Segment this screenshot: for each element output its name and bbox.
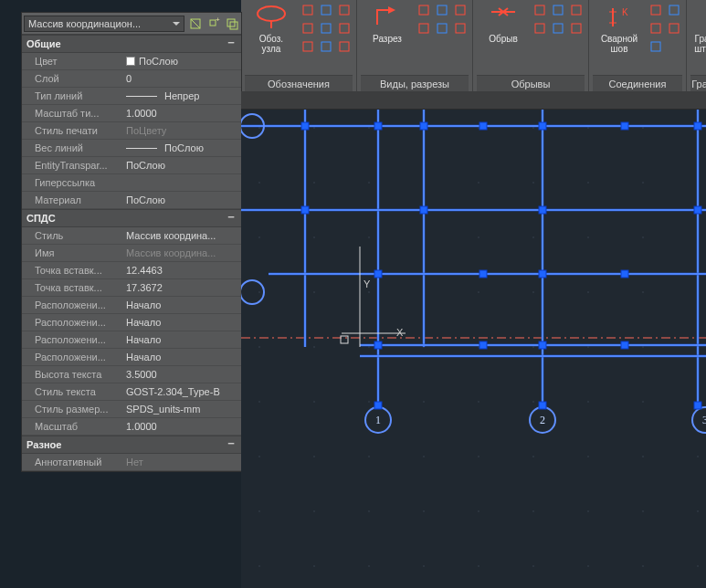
ribbon-small-icon[interactable] (550, 2, 566, 18)
ribbon-big-label: Граничнаяштриховка (694, 34, 706, 54)
ribbon-small-icon[interactable] (648, 20, 664, 37)
svg-point-111 (368, 510, 370, 512)
collapse-icon[interactable]: − (226, 439, 237, 450)
ribbon-big-button-0[interactable]: Обоз.узла (245, 2, 298, 54)
property-value[interactable]: GOST-2.304_Type-B (122, 386, 241, 397)
svg-point-117 (697, 510, 699, 512)
ribbon-small-icon[interactable] (434, 2, 450, 18)
property-value[interactable]: 0 (122, 73, 241, 84)
collapse-icon[interactable]: − (226, 213, 237, 224)
ribbon-big-button-4[interactable]: Граничнаяштриховка (690, 2, 706, 54)
svg-point-82 (258, 346, 260, 348)
pickadd-icon[interactable]: + (205, 15, 223, 33)
svg-point-59 (478, 182, 479, 184)
property-value[interactable]: Массив координа... (122, 247, 241, 258)
property-value[interactable]: ПоСлою (122, 56, 241, 67)
property-value[interactable]: SPDS_units-mm (122, 404, 241, 415)
svg-point-80 (642, 291, 644, 293)
property-row: СтильМассив координа... (22, 227, 241, 245)
svg-point-56 (313, 182, 315, 184)
svg-point-66 (368, 236, 370, 238)
ribbon-small-icon[interactable] (666, 20, 682, 37)
svg-rect-21 (535, 5, 544, 15)
section-header[interactable]: СПДС− (22, 209, 241, 227)
property-value[interactable]: Нет (122, 457, 241, 467)
property-row: Расположени...Начало (22, 331, 241, 349)
ribbon-small-icon[interactable] (318, 2, 334, 18)
ribbon-small-icon[interactable] (416, 2, 432, 18)
property-value[interactable]: Начало (122, 299, 241, 310)
ribbon-small-icon[interactable] (300, 20, 316, 37)
property-value[interactable]: 12.4463 (122, 265, 241, 276)
svg-marker-11 (388, 6, 395, 14)
property-value[interactable]: Начало (122, 334, 241, 345)
property-value[interactable]: ПоСлою (122, 142, 241, 153)
property-value[interactable]: 1.0000 (122, 421, 241, 432)
svg-rect-159 (694, 122, 701, 130)
svg-point-110 (313, 510, 315, 512)
svg-point-97 (587, 401, 589, 403)
property-value[interactable]: 3.5000 (122, 369, 241, 380)
ribbon-big-button-2[interactable]: Обрыв (477, 2, 530, 44)
property-value[interactable]: ПоЦвету (122, 125, 241, 136)
property-value[interactable]: Начало (122, 317, 241, 328)
select-object-icon[interactable] (223, 15, 241, 33)
property-value[interactable]: ПоСлою (122, 194, 241, 205)
section-header[interactable]: Общие− (22, 35, 241, 53)
ribbon-small-icon[interactable] (300, 38, 316, 55)
quick-select-icon[interactable] (186, 15, 205, 33)
property-value[interactable]: Непрер (122, 90, 241, 101)
ribbon-small-icon[interactable] (434, 20, 450, 37)
property-label: Масштаб (22, 421, 122, 432)
drawing-canvas[interactable]: 123 X Y (241, 110, 706, 588)
svg-point-60 (532, 182, 534, 184)
ribbon-small-icon[interactable] (336, 20, 353, 37)
property-label: Стиль (22, 230, 122, 241)
ribbon-big-button-3[interactable]: KСварнойшов (593, 2, 646, 54)
ribbon-small-icon[interactable] (318, 38, 334, 55)
ribbon-big-button-1[interactable]: Разрез (361, 2, 414, 44)
property-row: Расположени...Начало (22, 297, 241, 314)
property-value[interactable]: Массив координа... (122, 230, 241, 241)
ribbon-small-icon[interactable] (666, 2, 682, 18)
ribbon-small-icon[interactable] (550, 20, 566, 37)
ribbon-small-icon[interactable] (568, 2, 585, 18)
property-label: Гиперссылка (22, 177, 122, 188)
property-row: Масштаб ти...1.0000 (22, 105, 241, 122)
crosshair: X Y (341, 247, 406, 347)
ribbon-small-icon[interactable] (336, 38, 353, 55)
svg-rect-174 (694, 402, 701, 409)
svg-rect-156 (479, 122, 487, 130)
property-label: Имя (22, 247, 122, 258)
svg-text:K: K (622, 7, 628, 17)
svg-rect-9 (321, 42, 331, 51)
ribbon-small-icon[interactable] (300, 2, 316, 18)
svg-point-71 (642, 236, 644, 238)
ribbon-small-icon[interactable] (648, 38, 664, 55)
object-selector[interactable]: Массив координацион... (24, 16, 184, 32)
ribbon-small-icon[interactable] (452, 20, 469, 37)
section-title: Общие (26, 38, 61, 49)
svg-point-98 (642, 401, 644, 403)
section-header[interactable]: Разное− (22, 436, 241, 454)
ribbon-small-icon[interactable] (416, 20, 432, 37)
property-value[interactable]: 1.0000 (122, 108, 241, 119)
ribbon-small-icon[interactable] (568, 20, 585, 37)
ribbon-small-icon[interactable] (532, 20, 548, 37)
property-value[interactable]: Начало (122, 352, 241, 362)
svg-point-65 (313, 236, 315, 238)
property-value[interactable]: ПоСлою (122, 160, 241, 171)
ribbon-small-icon[interactable] (532, 2, 548, 18)
property-value[interactable]: 17.3672 (122, 282, 241, 293)
ribbon-small-icon[interactable] (452, 2, 469, 18)
ribbon-small-icon[interactable] (318, 20, 334, 37)
property-label: Точка вставк... (22, 265, 122, 276)
selection-handles[interactable] (301, 122, 701, 409)
collapse-icon[interactable]: − (226, 38, 237, 49)
ribbon-small-icon[interactable] (648, 2, 664, 18)
svg-point-106 (587, 456, 589, 457)
ribbon-small-icon[interactable] (336, 2, 353, 18)
section-title: СПДС (26, 213, 56, 224)
svg-rect-33 (651, 24, 660, 33)
axis-bubbles: 123 (365, 407, 706, 433)
